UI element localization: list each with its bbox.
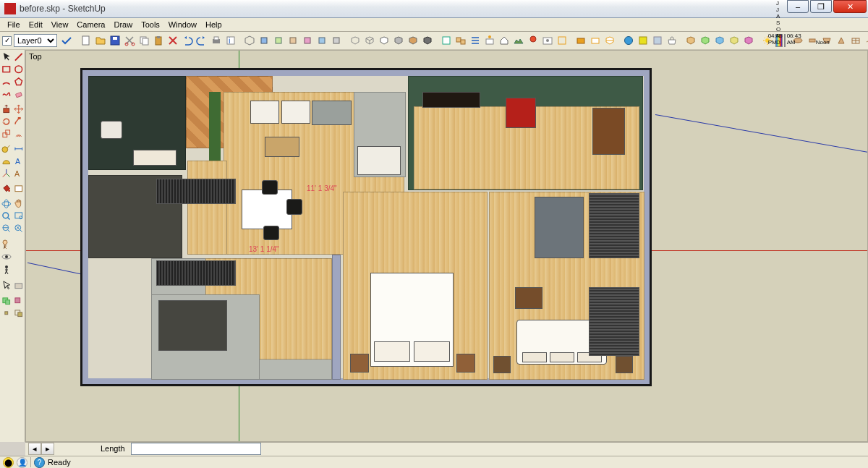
entity-info-icon[interactable] [483, 33, 496, 48]
scene-scroll-right[interactable]: ▸ [41, 443, 54, 455]
front-view-icon[interactable] [272, 33, 285, 48]
zoom-extents-icon[interactable] [13, 223, 25, 234]
model-info-icon[interactable]: i [224, 33, 237, 48]
iso-icon[interactable] [243, 33, 256, 48]
paste-icon[interactable] [152, 33, 165, 48]
tapemeasure-icon[interactable] [1, 143, 12, 155]
interact-icon[interactable] [1, 280, 12, 292]
undo-icon[interactable] [181, 33, 194, 48]
erase-icon[interactable] [166, 33, 179, 48]
house-icon[interactable] [498, 33, 511, 48]
zoom-window-icon[interactable] [13, 210, 25, 222]
preview-match-icon[interactable] [556, 33, 569, 48]
layer-visible-checkbox[interactable]: ✓ [2, 36, 12, 46]
get-models-icon[interactable] [684, 33, 697, 48]
redo-icon[interactable] [195, 33, 208, 48]
position-camera-icon[interactable] [1, 238, 12, 250]
axes-icon[interactable] [1, 168, 12, 179]
minimize-button[interactable]: – [787, 0, 809, 13]
measurements-input[interactable] [131, 443, 261, 455]
top-view-icon[interactable] [258, 33, 271, 48]
ext-manager-icon[interactable] [651, 33, 664, 48]
print-icon[interactable] [210, 33, 223, 48]
xray-icon[interactable] [349, 33, 362, 48]
solid-trim-icon[interactable] [13, 307, 25, 319]
layer-arrow-icon[interactable] [59, 33, 74, 48]
followme-icon[interactable] [13, 116, 25, 127]
menu-help[interactable]: Help [201, 19, 226, 30]
maximize-button[interactable]: ❐ [810, 0, 832, 13]
bottom-view-icon[interactable] [330, 33, 343, 48]
ext-warehouse-icon[interactable] [622, 33, 635, 48]
copy-icon[interactable] [137, 33, 150, 48]
zoom-previous-icon[interactable] [1, 223, 12, 234]
save-file-icon[interactable] [109, 33, 122, 48]
help-icon[interactable]: ? [34, 457, 45, 468]
scene-scroll-left[interactable]: ◂ [28, 443, 41, 455]
add-location-icon[interactable] [527, 33, 540, 48]
toggle-terrain-icon[interactable] [512, 33, 525, 48]
arc-icon[interactable] [1, 76, 12, 88]
offset-icon[interactable] [13, 128, 25, 140]
protractor-icon[interactable] [1, 156, 12, 167]
share-model-icon[interactable] [699, 33, 712, 48]
orbit-icon[interactable] [1, 198, 12, 210]
menu-camera[interactable]: Camera [72, 19, 109, 30]
freehand-icon[interactable] [1, 88, 12, 100]
hidden-line-icon[interactable] [378, 33, 391, 48]
upload-icon[interactable] [713, 33, 726, 48]
eraser-icon[interactable] [13, 88, 25, 100]
pushpull-icon[interactable] [1, 103, 12, 115]
dimension-icon[interactable] [13, 143, 25, 155]
rotate-icon[interactable] [1, 116, 12, 127]
sandbox-grid-icon[interactable] [849, 33, 862, 48]
menu-view[interactable]: View [47, 19, 73, 30]
solid-union-icon[interactable] [1, 295, 12, 307]
text-icon[interactable]: A [13, 156, 25, 167]
close-button[interactable]: ✕ [833, 0, 867, 13]
toggle-hidden-icon[interactable] [13, 280, 25, 292]
pan-icon[interactable] [13, 198, 25, 210]
section-cuts-icon[interactable] [603, 33, 616, 48]
open-file-icon[interactable] [94, 33, 107, 48]
3dtext-icon[interactable]: A [13, 168, 25, 179]
move-icon[interactable] [13, 103, 25, 115]
wireframe-icon[interactable] [363, 33, 376, 48]
time-slider[interactable]: 06:43 AM Noon 04:46 PM [784, 34, 786, 47]
section-display-icon[interactable] [589, 33, 602, 48]
look-around-icon[interactable] [1, 251, 12, 263]
menu-edit[interactable]: Edit [25, 19, 47, 30]
shaded-textures-icon[interactable] [407, 33, 420, 48]
sandbox-detail-icon[interactable] [835, 33, 848, 48]
menu-file[interactable]: File [3, 19, 25, 30]
outliner-icon[interactable] [469, 33, 482, 48]
model-viewport[interactable]: Top [25, 50, 868, 442]
circle-icon[interactable] [13, 64, 25, 75]
walk-icon[interactable] [1, 264, 12, 276]
zoom-icon[interactable] [1, 210, 12, 222]
layer-select[interactable]: Layer0 [14, 34, 57, 47]
ext-install-icon[interactable] [637, 33, 650, 48]
new-file-icon[interactable] [80, 33, 93, 48]
scale-icon[interactable] [1, 128, 12, 140]
monochrome-icon[interactable] [421, 33, 434, 48]
back-view-icon[interactable] [301, 33, 314, 48]
rectangle-icon[interactable] [1, 64, 12, 75]
paintbucket-icon[interactable] [1, 183, 12, 195]
component-icon[interactable] [13, 183, 25, 195]
menu-window[interactable]: Window [164, 19, 201, 30]
claim-credit-icon[interactable]: 👤 [17, 457, 27, 468]
line-icon[interactable] [13, 51, 25, 63]
solid-intersect-icon[interactable] [1, 307, 12, 319]
shaded-icon[interactable] [392, 33, 405, 48]
send-to-layout-icon[interactable] [742, 33, 755, 48]
3d-warehouse-icon[interactable] [728, 33, 741, 48]
make-component-icon[interactable] [440, 33, 453, 48]
geo-toggle-icon[interactable]: ⬤ [3, 457, 14, 468]
right-view-icon[interactable] [286, 33, 299, 48]
ext-store-icon[interactable] [665, 33, 678, 48]
cut-icon[interactable] [123, 33, 136, 48]
make-group-icon[interactable] [454, 33, 467, 48]
sandbox-contours-icon[interactable] [864, 33, 868, 48]
left-view-icon[interactable] [315, 33, 328, 48]
